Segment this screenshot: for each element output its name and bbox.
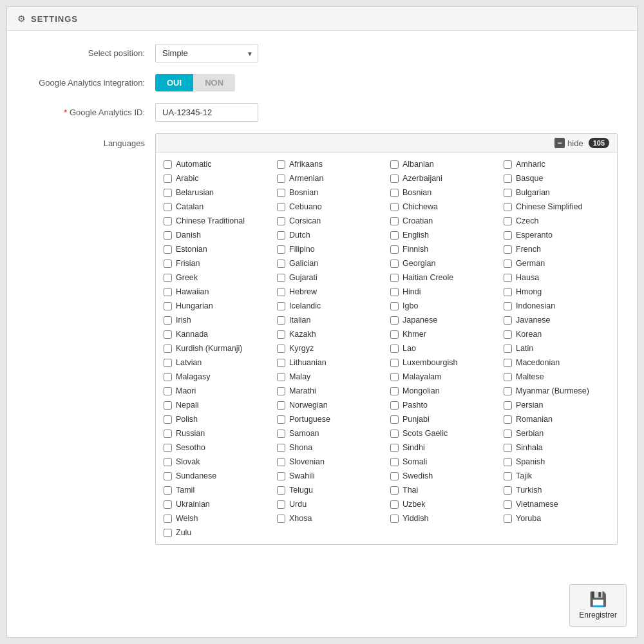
lang-checkbox-irish[interactable] xyxy=(164,316,172,325)
lang-checkbox-estonian[interactable] xyxy=(164,245,172,254)
lang-checkbox-pashto[interactable] xyxy=(390,401,399,410)
lang-checkbox-marathi[interactable] xyxy=(277,387,285,395)
lang-checkbox-somali[interactable] xyxy=(390,458,399,466)
lang-checkbox-danish[interactable] xyxy=(164,231,172,240)
lang-checkbox-czech[interactable] xyxy=(504,217,512,225)
lang-checkbox-hmong[interactable] xyxy=(504,288,512,296)
lang-checkbox-portuguese[interactable] xyxy=(277,415,285,424)
lang-checkbox-russian[interactable] xyxy=(164,430,172,438)
lang-checkbox-tajik[interactable] xyxy=(504,472,512,480)
lang-checkbox-romanian[interactable] xyxy=(504,415,512,424)
lang-checkbox-lithuanian[interactable] xyxy=(277,359,285,367)
lang-checkbox-welsh[interactable] xyxy=(164,515,172,523)
lang-checkbox-latin[interactable] xyxy=(504,345,512,353)
lang-checkbox-hebrew[interactable] xyxy=(277,288,285,296)
lang-checkbox-yoruba[interactable] xyxy=(504,515,512,523)
lang-checkbox-croatian[interactable] xyxy=(390,217,399,225)
lang-checkbox-shona[interactable] xyxy=(277,444,285,452)
lang-checkbox-bosnian[interactable] xyxy=(390,189,399,197)
lang-checkbox-malagasy[interactable] xyxy=(164,373,172,381)
lang-checkbox-telugu[interactable] xyxy=(277,486,285,495)
non-button[interactable]: NON xyxy=(193,74,235,91)
lang-checkbox-macedonian[interactable] xyxy=(504,359,512,367)
lang-checkbox-filipino[interactable] xyxy=(277,245,285,254)
lang-checkbox-scots-gaelic[interactable] xyxy=(390,430,399,438)
lang-checkbox-persian[interactable] xyxy=(504,401,512,410)
lang-checkbox-malay[interactable] xyxy=(277,373,285,381)
lang-checkbox-lao[interactable] xyxy=(390,345,399,353)
lang-checkbox-belarusian[interactable] xyxy=(164,189,172,197)
lang-checkbox-igbo[interactable] xyxy=(390,302,399,310)
lang-checkbox-arabic[interactable] xyxy=(164,175,172,183)
lang-checkbox-hawaiian[interactable] xyxy=(164,288,172,296)
lang-checkbox-esperanto[interactable] xyxy=(504,231,512,240)
lang-checkbox-gujarati[interactable] xyxy=(277,274,285,282)
lang-checkbox-thai[interactable] xyxy=(390,486,399,495)
lang-checkbox-samoan[interactable] xyxy=(277,430,285,438)
lang-checkbox-kazakh[interactable] xyxy=(277,330,285,339)
lang-checkbox-sindhi[interactable] xyxy=(390,444,399,452)
lang-checkbox-slovak[interactable] xyxy=(164,458,172,466)
lang-checkbox-vietnamese[interactable] xyxy=(504,500,512,509)
lang-checkbox-corsican[interactable] xyxy=(277,217,285,225)
lang-checkbox-hausa[interactable] xyxy=(504,274,512,282)
lang-checkbox-latvian[interactable] xyxy=(164,359,172,367)
lang-checkbox-haitian-creole[interactable] xyxy=(390,274,399,282)
lang-checkbox-punjabi[interactable] xyxy=(390,415,399,424)
lang-checkbox-italian[interactable] xyxy=(277,316,285,325)
lang-checkbox-polish[interactable] xyxy=(164,415,172,424)
lang-checkbox-maori[interactable] xyxy=(164,387,172,395)
lang-checkbox-myanmar-(burmese)[interactable] xyxy=(504,387,512,395)
lang-checkbox-automatic[interactable] xyxy=(164,160,172,169)
lang-checkbox-javanese[interactable] xyxy=(504,316,512,325)
lang-checkbox-slovenian[interactable] xyxy=(277,458,285,466)
lang-checkbox-khmer[interactable] xyxy=(390,330,399,339)
lang-checkbox-norwegian[interactable] xyxy=(277,401,285,410)
lang-checkbox-cebuano[interactable] xyxy=(277,203,285,211)
analytics-id-input[interactable] xyxy=(155,103,258,122)
lang-checkbox-uzbek[interactable] xyxy=(390,500,399,509)
lang-checkbox-swahili[interactable] xyxy=(277,472,285,480)
lang-checkbox-ukrainian[interactable] xyxy=(164,500,172,509)
lang-checkbox-kurdish-(kurmanji)[interactable] xyxy=(164,345,172,353)
save-button[interactable]: 💾 Enregistrer xyxy=(569,584,627,627)
lang-checkbox-chinese-simplified[interactable] xyxy=(504,203,512,211)
lang-checkbox-chinese-traditional[interactable] xyxy=(164,217,172,225)
lang-checkbox-greek[interactable] xyxy=(164,274,172,282)
lang-checkbox-french[interactable] xyxy=(504,245,512,254)
lang-checkbox-afrikaans[interactable] xyxy=(277,160,285,169)
lang-checkbox-mongolian[interactable] xyxy=(390,387,399,395)
lang-checkbox-kannada[interactable] xyxy=(164,330,172,339)
lang-checkbox-albanian[interactable] xyxy=(390,160,399,169)
lang-checkbox-german[interactable] xyxy=(504,260,512,268)
lang-checkbox-chichewa[interactable] xyxy=(390,203,399,211)
lang-checkbox-turkish[interactable] xyxy=(504,486,512,495)
lang-checkbox-swedish[interactable] xyxy=(390,472,399,480)
lang-checkbox-dutch[interactable] xyxy=(277,231,285,240)
lang-checkbox-armenian[interactable] xyxy=(277,175,285,183)
lang-checkbox-azerbaijani[interactable] xyxy=(390,175,399,183)
lang-checkbox-sundanese[interactable] xyxy=(164,472,172,480)
lang-checkbox-bosnian[interactable] xyxy=(277,189,285,197)
lang-checkbox-finnish[interactable] xyxy=(390,245,399,254)
lang-checkbox-galician[interactable] xyxy=(277,260,285,268)
lang-checkbox-tamil[interactable] xyxy=(164,486,172,495)
lang-checkbox-korean[interactable] xyxy=(504,330,512,339)
lang-checkbox-japanese[interactable] xyxy=(390,316,399,325)
oui-button[interactable]: OUI xyxy=(155,74,193,91)
lang-checkbox-basque[interactable] xyxy=(504,175,512,183)
lang-checkbox-amharic[interactable] xyxy=(504,160,512,169)
lang-checkbox-english[interactable] xyxy=(390,231,399,240)
lang-checkbox-catalan[interactable] xyxy=(164,203,172,211)
lang-checkbox-hungarian[interactable] xyxy=(164,302,172,310)
lang-checkbox-maltese[interactable] xyxy=(504,373,512,381)
lang-checkbox-icelandic[interactable] xyxy=(277,302,285,310)
lang-checkbox-sesotho[interactable] xyxy=(164,444,172,452)
lang-checkbox-luxembourgish[interactable] xyxy=(390,359,399,367)
hide-button[interactable]: − hide xyxy=(554,138,583,148)
lang-checkbox-xhosa[interactable] xyxy=(277,515,285,523)
lang-checkbox-spanish[interactable] xyxy=(504,458,512,466)
lang-checkbox-urdu[interactable] xyxy=(277,500,285,509)
lang-checkbox-sinhala[interactable] xyxy=(504,444,512,452)
lang-checkbox-hindi[interactable] xyxy=(390,288,399,296)
